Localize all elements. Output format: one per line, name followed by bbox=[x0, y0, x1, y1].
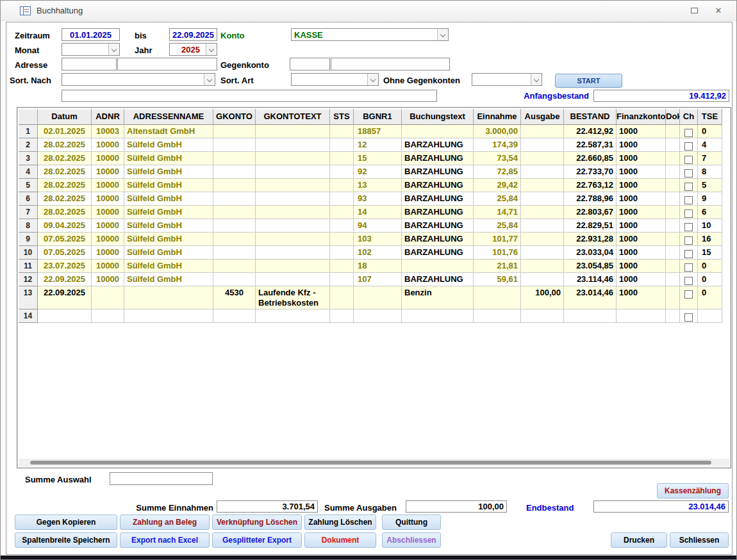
cell-datum[interactable]: 28.02.2025 bbox=[38, 138, 92, 152]
cell-sts[interactable] bbox=[330, 125, 354, 138]
cell-bestand[interactable]: 22.763,12 bbox=[564, 179, 617, 192]
cell-adnr[interactable]: 10000 bbox=[92, 219, 124, 233]
cell-name[interactable]: Sülfeld GmbH bbox=[124, 206, 213, 219]
cell-tse[interactable]: 7 bbox=[698, 152, 722, 165]
cell-name[interactable]: Altenstadt GmbH bbox=[124, 125, 213, 138]
cell-fkonto[interactable]: 1000 bbox=[617, 165, 666, 179]
cell-btext[interactable]: BARZAHLUNG bbox=[402, 179, 474, 192]
table-row[interactable]: 428.02.202510000Sülfeld GmbH92BARZAHLUNG… bbox=[19, 165, 722, 179]
record-selector[interactable]: 11 bbox=[19, 259, 38, 273]
cell-adnr[interactable]: 10000 bbox=[92, 179, 124, 192]
cell-name[interactable]: Sülfeld GmbH bbox=[124, 152, 213, 165]
cell-dok[interactable] bbox=[666, 259, 680, 273]
cell-btext[interactable]: BARZAHLUNG bbox=[402, 219, 474, 233]
endbestand-field[interactable] bbox=[593, 500, 729, 513]
cell-dok[interactable] bbox=[666, 138, 680, 152]
cell-gkontotext[interactable] bbox=[256, 219, 330, 233]
summe-auswahl-field[interactable] bbox=[110, 472, 213, 485]
sort-nach-combobox[interactable] bbox=[62, 73, 215, 86]
cell-btext[interactable] bbox=[402, 259, 474, 273]
cell-ausgabe[interactable] bbox=[521, 192, 564, 206]
summe-ausgaben-field[interactable] bbox=[406, 500, 507, 513]
cell-tse[interactable] bbox=[698, 309, 722, 323]
cell-datum[interactable] bbox=[38, 309, 92, 323]
column-header-dok[interactable]: Dok bbox=[666, 109, 680, 125]
cell-fkonto[interactable]: 1000 bbox=[617, 138, 666, 152]
table-row[interactable]: 1322.09.20254530Laufende Kfz - Betriebsk… bbox=[19, 286, 722, 309]
zeitraum-von-field[interactable] bbox=[62, 28, 120, 41]
cell-gkontotext[interactable] bbox=[256, 125, 330, 138]
cell-fkonto[interactable]: 1000 bbox=[617, 246, 666, 259]
cell-einnahme[interactable]: 25,84 bbox=[474, 192, 521, 206]
cell-dok[interactable] bbox=[666, 219, 680, 233]
column-header-ch[interactable]: Ch bbox=[680, 109, 698, 125]
cell-fkonto[interactable]: 1000 bbox=[617, 152, 666, 165]
table-row[interactable]: 907.05.202510000Sülfeld GmbH103BARZAHLUN… bbox=[19, 233, 722, 246]
table-row[interactable]: 809.04.202510000Sülfeld GmbH94BARZAHLUNG… bbox=[19, 219, 722, 233]
table-row[interactable]: 1123.07.202510000Sülfeld GmbH1821,8123.0… bbox=[19, 259, 722, 273]
cell-adnr[interactable]: 10000 bbox=[92, 273, 124, 286]
record-selector[interactable]: 14 bbox=[19, 309, 38, 323]
cell-bestand[interactable]: 22.733,70 bbox=[564, 165, 617, 179]
cell-ausgabe[interactable] bbox=[521, 259, 564, 273]
chevron-down-icon[interactable] bbox=[108, 44, 119, 55]
gegen-kopieren-button[interactable]: Gegen Kopieren bbox=[15, 515, 117, 530]
cell-gkonto[interactable] bbox=[213, 206, 256, 219]
cell-gkonto[interactable] bbox=[213, 192, 256, 206]
cell-name[interactable]: Sülfeld GmbH bbox=[124, 179, 213, 192]
cell-datum[interactable]: 28.02.2025 bbox=[38, 179, 92, 192]
cell-gkonto[interactable] bbox=[213, 273, 256, 286]
cell-fkonto[interactable]: 1000 bbox=[617, 206, 666, 219]
cell-btext[interactable] bbox=[402, 125, 474, 138]
cell-btext[interactable]: BARZAHLUNG bbox=[402, 152, 474, 165]
cell-adnr[interactable]: 10000 bbox=[92, 138, 124, 152]
cell-sts[interactable] bbox=[330, 138, 354, 152]
cell-btext[interactable]: BARZAHLUNG bbox=[402, 192, 474, 206]
cell-tse[interactable]: 8 bbox=[698, 165, 722, 179]
horizontal-scrollbar[interactable] bbox=[19, 459, 729, 466]
cell-ausgabe[interactable] bbox=[521, 138, 564, 152]
cell-datum[interactable]: 07.05.2025 bbox=[38, 246, 92, 259]
cell-sts[interactable] bbox=[330, 152, 354, 165]
row-checkbox[interactable] bbox=[684, 290, 693, 299]
cell-bgnr1[interactable]: 102 bbox=[354, 246, 402, 259]
cell-bestand[interactable]: 22.788,96 bbox=[564, 192, 617, 206]
row-checkbox[interactable] bbox=[684, 156, 693, 164]
cell-datum[interactable]: 23.07.2025 bbox=[38, 259, 92, 273]
chevron-down-icon[interactable] bbox=[531, 74, 542, 85]
cell-datum[interactable]: 28.02.2025 bbox=[38, 192, 92, 206]
cell-gkonto[interactable] bbox=[213, 165, 256, 179]
ohne-gegenkonten-combobox[interactable] bbox=[472, 73, 542, 86]
cell-gkonto[interactable] bbox=[213, 152, 256, 165]
drucken-button[interactable]: Drucken bbox=[611, 532, 667, 548]
monat-combobox[interactable] bbox=[62, 43, 120, 56]
column-header-adressenname[interactable]: ADRESSENNAME bbox=[124, 109, 213, 125]
cell-datum[interactable]: 09.04.2025 bbox=[38, 219, 92, 233]
cell-fkonto[interactable]: 1000 bbox=[617, 192, 666, 206]
table-row[interactable]: 228.02.202510000Sülfeld GmbH12BARZAHLUNG… bbox=[19, 138, 722, 152]
cell-ausgabe[interactable]: 100,00 bbox=[521, 286, 564, 309]
cell-dok[interactable] bbox=[666, 152, 680, 165]
table-row[interactable]: 728.02.202510000Sülfeld GmbH14BARZAHLUNG… bbox=[19, 206, 722, 219]
cell-name[interactable] bbox=[124, 286, 213, 309]
cell-dok[interactable] bbox=[666, 125, 680, 138]
gesplitteter-export-button[interactable]: Gesplitteter Export bbox=[212, 532, 302, 548]
column-header-bgnr1[interactable]: BGNR1 bbox=[354, 109, 402, 125]
column-header-finanzkonto[interactable]: Finanzkonto bbox=[617, 109, 666, 125]
zahlung-l-schen-button[interactable]: Zahlung Löschen bbox=[304, 515, 376, 530]
cell-fkonto[interactable]: 1000 bbox=[617, 179, 666, 192]
cell-sts[interactable] bbox=[330, 246, 354, 259]
record-selector[interactable]: 13 bbox=[19, 286, 38, 309]
cell-gkontotext[interactable] bbox=[256, 273, 330, 286]
cell-fkonto[interactable]: 1000 bbox=[617, 286, 666, 309]
chevron-down-icon[interactable] bbox=[367, 74, 378, 85]
cell-gkontotext[interactable] bbox=[256, 192, 330, 206]
record-selector[interactable]: 7 bbox=[19, 206, 38, 219]
row-checkbox[interactable] bbox=[684, 277, 693, 285]
cell-adnr[interactable]: 10000 bbox=[92, 152, 124, 165]
cell-name[interactable]: Sülfeld GmbH bbox=[124, 192, 213, 206]
abschliessen-button[interactable]: Abschliessen bbox=[382, 532, 441, 548]
cell-bestand[interactable] bbox=[564, 309, 617, 323]
cell-tse[interactable]: 0 bbox=[698, 125, 722, 138]
cell-tse[interactable]: 15 bbox=[698, 246, 722, 259]
